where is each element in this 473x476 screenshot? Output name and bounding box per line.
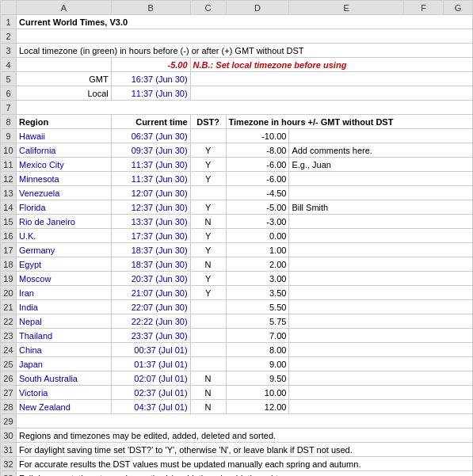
dst-victoria: N — [190, 386, 226, 400]
time-hawaii: 06:37 (Jun 30) — [111, 129, 190, 143]
region-moscow: Moscow — [16, 272, 111, 286]
dst-newzealand: N — [190, 400, 226, 414]
tz-newzealand: 12.00 — [226, 400, 289, 414]
note-california: Add comments here. — [289, 143, 473, 158]
time-germany: 18:37 (Jun 30) — [111, 243, 190, 257]
row-19: 19 Moscow 20:37 (Jun 30) Y 3.00 — [1, 272, 473, 286]
dst-venezuela — [190, 186, 226, 200]
col-f-header: F — [404, 1, 444, 15]
tz-hawaii: -10.00 — [226, 129, 289, 143]
time-southaustralia: 02:07 (Jul 01) — [111, 371, 190, 386]
time-nepal: 22:22 (Jun 30) — [111, 314, 190, 329]
region-thailand: Thailand — [16, 329, 111, 343]
region-california: California — [16, 143, 111, 158]
region-minnesota: Minnesota — [16, 172, 111, 186]
time-egypt: 18:37 (Jun 30) — [111, 257, 190, 272]
corner-cell — [1, 1, 17, 15]
row-num-21: 21 — [1, 300, 17, 314]
row-num-16: 16 — [1, 229, 17, 243]
local-tz-value: -5.00 — [168, 60, 188, 70]
time-india: 22:07 (Jun 30) — [111, 300, 190, 314]
dst-china — [190, 343, 226, 357]
row-num-3: 3 — [1, 44, 17, 58]
row-num-11: 11 — [1, 158, 17, 172]
row-num-14: 14 — [1, 200, 17, 215]
row-num-6: 6 — [1, 86, 17, 101]
tz-southaustralia: 9.50 — [226, 371, 289, 386]
region-india: India — [16, 300, 111, 314]
time-uk: 17:37 (Jun 30) — [111, 229, 190, 243]
time-mexicocity: 11:37 (Jun 30) — [111, 158, 190, 172]
dst-southaustralia: N — [190, 371, 226, 386]
dst-egypt: N — [190, 257, 226, 272]
time-victoria: 02:37 (Jul 01) — [111, 386, 190, 400]
note-31: For daylight saving time set 'DST?' to '… — [16, 443, 472, 457]
region-florida: Florida — [16, 200, 111, 215]
row-num-1: 1 — [1, 15, 17, 29]
region-japan: Japan — [16, 357, 111, 371]
row-21: 21 India 22:07 (Jun 30) 5.50 — [1, 300, 473, 314]
dst-florida: Y — [190, 200, 226, 215]
dst-california: Y — [190, 143, 226, 158]
region-southaustralia: South Australia — [16, 371, 111, 386]
region-uk: U.K. — [16, 229, 111, 243]
row-26: 26 South Australia 02:07 (Jul 01) N 9.50 — [1, 371, 473, 386]
row-7: 7 — [1, 101, 473, 115]
row-num-9: 9 — [1, 129, 17, 143]
row-num-5: 5 — [1, 72, 17, 86]
row-27: 27 Victoria 02:37 (Jul 01) N 10.00 — [1, 386, 473, 400]
tz-uk: 0.00 — [226, 229, 289, 243]
row-18: 18 Egypt 18:37 (Jun 30) N 2.00 — [1, 257, 473, 272]
dst-thailand — [190, 329, 226, 343]
row-16: 16 U.K. 17:37 (Jun 30) Y 0.00 — [1, 229, 473, 243]
time-newzealand: 04:37 (Jul 01) — [111, 400, 190, 414]
gmt-label: GMT — [16, 72, 111, 86]
dst-japan — [190, 357, 226, 371]
row-32: 32 For accurate results the DST values m… — [1, 457, 473, 471]
tz-thailand: 7.00 — [226, 329, 289, 343]
note-florida: Bill Smith — [289, 200, 473, 215]
title-cell: Current World Times, V3.0 — [16, 15, 472, 29]
row-num-18: 18 — [1, 257, 17, 272]
row-num-28: 28 — [1, 400, 17, 414]
tz-florida: -5.00 — [226, 200, 289, 215]
col-b-header: B — [111, 1, 190, 15]
row-1: 1 Current World Times, V3.0 — [1, 15, 473, 29]
note-mexicocity: E.g., Juan — [289, 158, 473, 172]
tz-germany: 1.00 — [226, 243, 289, 257]
row-23: 23 Thailand 23:37 (Jun 30) 7.00 — [1, 329, 473, 343]
note-30: Regions and timezones may be edited, add… — [16, 428, 472, 443]
row-17: 17 Germany 18:37 (Jun 30) Y 1.00 — [1, 243, 473, 257]
row-num-12: 12 — [1, 172, 17, 186]
dst-minnesota: Y — [190, 172, 226, 186]
dst-uk: Y — [190, 229, 226, 243]
dst-india — [190, 300, 226, 314]
row-num-27: 27 — [1, 386, 17, 400]
row-28: 28 New Zealand 04:37 (Jul 01) N 12.00 — [1, 400, 473, 414]
header-current-time: Current time — [111, 115, 190, 129]
gmt-time: 16:37 (Jun 30) — [111, 72, 190, 86]
time-china: 00:37 (Jul 01) — [111, 343, 190, 357]
row-2: 2 — [1, 29, 473, 44]
row-num-20: 20 — [1, 286, 17, 300]
row-4: 4 -5.00 N.B.: Set local timezone before … — [1, 58, 473, 72]
time-california: 09:37 (Jun 30) — [111, 143, 190, 158]
region-venezuela: Venezuela — [16, 186, 111, 200]
time-venezuela: 12:07 (Jun 30) — [111, 186, 190, 200]
row-5: 5 GMT 16:37 (Jun 30) — [1, 72, 473, 86]
dst-mexicocity: Y — [190, 158, 226, 172]
tz-california: -8.00 — [226, 143, 289, 158]
spreadsheet: A B C D E F G 1 Current World Times, V3.… — [0, 0, 473, 476]
row-29: 29 — [1, 414, 473, 428]
row-14: 14 Florida 12:37 (Jun 30) Y -5.00 Bill S… — [1, 200, 473, 215]
col-g-header: G — [443, 1, 472, 15]
info-line: Local timezone (in green) in hours befor… — [16, 44, 472, 58]
tz-nepal: 5.75 — [226, 314, 289, 329]
tz-venezuela: -4.50 — [226, 186, 289, 200]
time-florida: 12:37 (Jun 30) — [111, 200, 190, 215]
tz-victoria: 10.00 — [226, 386, 289, 400]
time-iran: 21:07 (Jun 30) — [111, 286, 190, 300]
region-egypt: Egypt — [16, 257, 111, 272]
tz-minnesota: -6.00 — [226, 172, 289, 186]
row-33: 33 Full documentation at www.hermetic.ch… — [1, 471, 473, 477]
